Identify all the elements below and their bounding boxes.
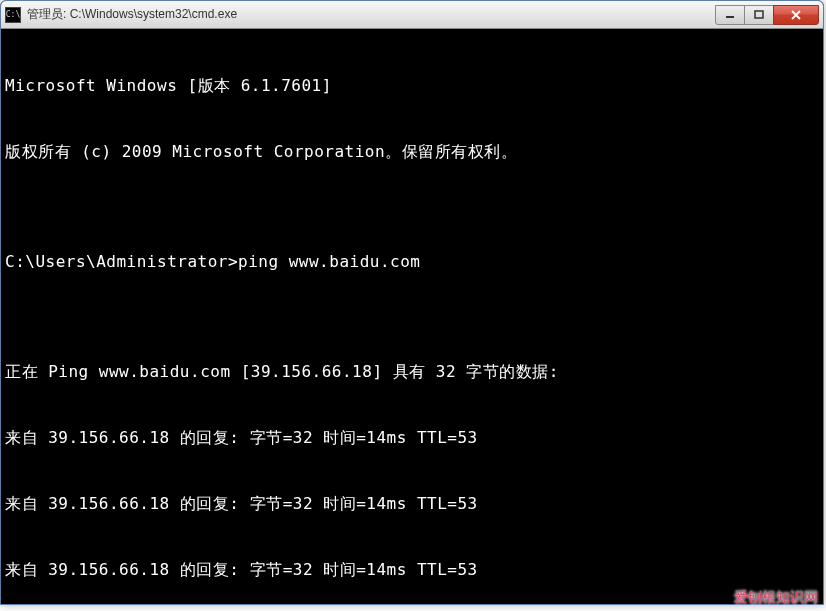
terminal-output[interactable]: Microsoft Windows [版本 6.1.7601] 版权所有 (c)… [1,29,823,604]
maximize-button[interactable] [744,5,774,25]
terminal-line: 版权所有 (c) 2009 Microsoft Corporation。保留所有… [5,141,819,163]
terminal-line: C:\Users\Administrator>ping www.baidu.co… [5,251,819,273]
minimize-button[interactable] [715,5,745,25]
svg-rect-1 [755,11,763,18]
terminal-line: 正在 Ping www.baidu.com [39.156.66.18] 具有 … [5,361,819,383]
terminal-line: Microsoft Windows [版本 6.1.7601] [5,75,819,97]
titlebar[interactable]: C:\ 管理员: C:\Windows\system32\cmd.exe [1,1,823,29]
window-controls [716,5,819,25]
terminal-line: 来自 39.156.66.18 的回复: 字节=32 时间=14ms TTL=5… [5,427,819,449]
terminal-line: 来自 39.156.66.18 的回复: 字节=32 时间=14ms TTL=5… [5,559,819,581]
terminal-line: 来自 39.156.66.18 的回复: 字节=32 时间=14ms TTL=5… [5,493,819,515]
svg-rect-0 [726,16,734,18]
cmd-window: C:\ 管理员: C:\Windows\system32\cmd.exe Mic… [0,0,824,605]
window-title: 管理员: C:\Windows\system32\cmd.exe [27,6,716,23]
watermark: 爱刨根知识网 [734,589,818,607]
close-button[interactable] [773,5,819,25]
cmd-icon: C:\ [5,7,21,23]
